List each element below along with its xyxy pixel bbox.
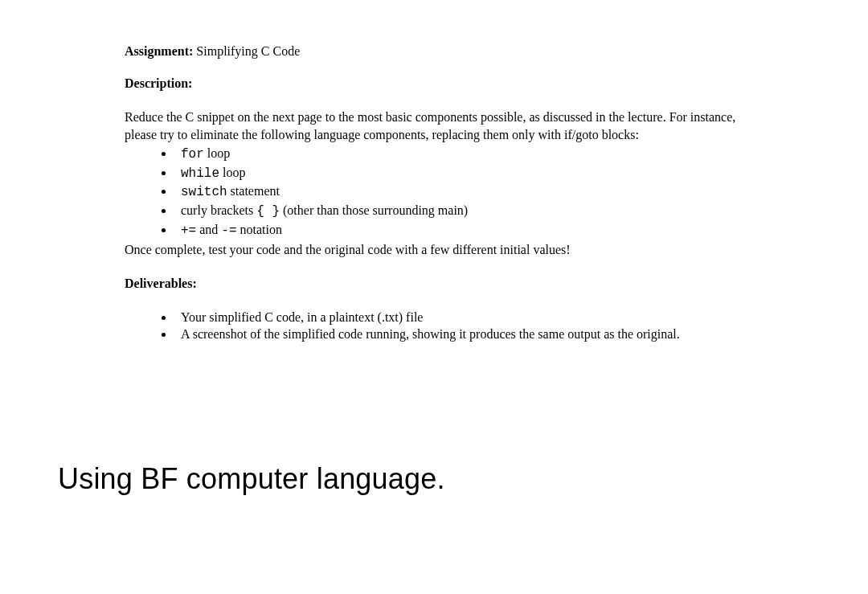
list-item: Your simplified C code, in a plaintext (… [174, 309, 747, 326]
text-curly-rest: (other than those surrounding main) [280, 203, 468, 217]
assignment-line: Assignment: Simplifying C Code [125, 44, 747, 59]
assignment-document: Assignment: Simplifying C Code Descripti… [0, 0, 868, 343]
text-curly-pre: curly brackets [181, 203, 256, 217]
text-and: and [196, 223, 221, 236]
assignment-title: Simplifying C Code [196, 44, 300, 58]
code-braces: { } [256, 204, 280, 219]
text-loop: loop [219, 166, 245, 179]
description-heading: Description: [125, 76, 747, 91]
description-paragraph: Reduce the C snippet on the next page to… [125, 109, 747, 143]
deliverables-list: Your simplified C code, in a plaintext (… [174, 309, 747, 343]
text-statement: statement [227, 184, 280, 198]
code-for: for [181, 147, 204, 162]
code-switch: switch [181, 185, 227, 199]
list-item: A screenshot of the simplified code runn… [174, 326, 747, 343]
list-item: curly brackets { } (other than those sur… [174, 202, 747, 221]
components-list: for loop while loop switch statement cur… [174, 145, 747, 240]
text-loop: loop [204, 146, 230, 160]
deliverables-heading: Deliverables: [125, 277, 747, 291]
text-notation: notation [237, 223, 282, 236]
after-components-text: Once complete, test your code and the or… [125, 241, 747, 259]
code-while: while [181, 166, 219, 181]
list-item: += and -= notation [174, 221, 747, 240]
bottom-note: Using BF computer language. [58, 462, 445, 496]
list-item: switch statement [174, 182, 747, 202]
list-item: while loop [174, 164, 747, 183]
code-plusequal: += [181, 223, 196, 238]
list-item: for loop [174, 145, 747, 164]
assignment-label: Assignment: [125, 44, 193, 58]
code-minusequal: -= [221, 223, 236, 238]
